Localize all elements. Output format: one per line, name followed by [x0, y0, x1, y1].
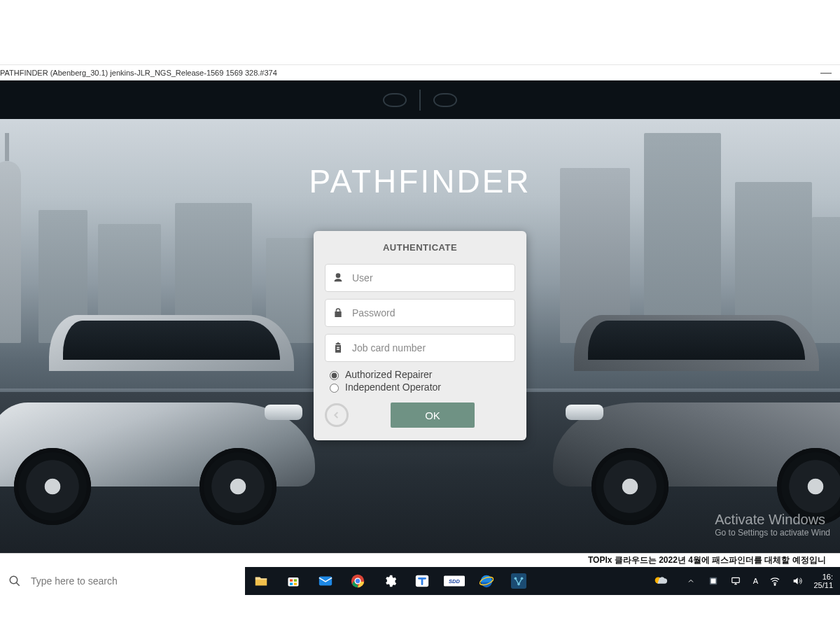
svg-rect-4	[294, 580, 297, 582]
role-authorized-radio[interactable]	[330, 371, 339, 380]
window-title: PATHFINDER (Abenberg_30.1) jenkins-JLR_N…	[0, 69, 277, 77]
app-header	[0, 80, 840, 119]
role-authorized-label: Authorized Repairer	[345, 369, 433, 380]
system-tray: A 16: 25/11	[650, 567, 840, 595]
building	[644, 133, 721, 343]
role-independent-radio[interactable]	[330, 384, 339, 393]
tray-app-icon[interactable]	[703, 567, 724, 595]
svg-rect-3	[290, 580, 293, 582]
vehicle-right	[553, 357, 840, 525]
jobcard-input[interactable]	[351, 342, 507, 354]
clipboard-icon	[332, 342, 344, 354]
bottom-gap	[0, 595, 840, 630]
logo-divider	[419, 90, 421, 111]
building	[0, 161, 21, 343]
svg-rect-5	[290, 583, 293, 585]
taskbar-search[interactable]	[0, 567, 245, 595]
role-radio-group: Authorized Repairer Independent Operator	[326, 369, 515, 393]
microsoft-store-icon[interactable]	[277, 567, 309, 595]
vehicle-left	[0, 357, 315, 525]
language-indicator[interactable]: A	[748, 567, 763, 595]
auth-actions: OK	[325, 402, 515, 428]
svg-rect-7	[319, 577, 332, 586]
password-input[interactable]	[351, 307, 507, 319]
search-icon	[8, 575, 21, 587]
tray-chevron-up-icon[interactable]	[680, 567, 701, 595]
window-minimize-button[interactable]: —	[816, 69, 836, 76]
svg-point-10	[356, 579, 360, 583]
role-authorized-option[interactable]: Authorized Repairer	[326, 369, 515, 380]
pathfinder-app-icon[interactable]	[503, 567, 535, 595]
logo-ring-left	[383, 93, 407, 107]
svg-point-0	[10, 576, 18, 584]
weather-icon[interactable]	[650, 567, 671, 595]
volume-icon[interactable]	[787, 567, 808, 595]
watermark-line2: Go to Settings to activate Wind	[715, 528, 830, 538]
role-independent-label: Independent Operator	[345, 382, 441, 393]
building	[812, 217, 840, 343]
windows-taskbar[interactable]: SDD A 16: 25/11	[0, 567, 840, 595]
user-field[interactable]	[325, 264, 515, 292]
brand-logo	[357, 88, 483, 112]
app-title: PATHFINDER	[309, 162, 531, 200]
browser-gap	[0, 0, 840, 64]
user-input[interactable]	[351, 272, 507, 284]
cropped-content-strip: TOPIx 클라우드는 2022년 4월에 패스파인더를 대체할 예정입니	[0, 553, 840, 567]
file-explorer-icon[interactable]	[245, 567, 277, 595]
watermark-line1: Activate Windows	[715, 512, 830, 528]
chrome-icon[interactable]	[342, 567, 374, 595]
window-titlebar[interactable]: PATHFINDER (Abenberg_30.1) jenkins-JLR_N…	[0, 64, 840, 80]
taskbar-pinned-apps: SDD	[245, 567, 535, 595]
back-button[interactable]	[325, 403, 349, 427]
lock-icon	[332, 307, 344, 318]
settings-gear-icon[interactable]	[374, 567, 406, 595]
jobcard-field[interactable]	[325, 334, 515, 362]
cropped-text-right: TOPIx 클라우드는 2022년 4월에 패스파인더를 대체할 예정입니	[588, 554, 826, 566]
svg-rect-23	[732, 578, 740, 582]
logo-ring-right	[433, 93, 457, 107]
internet-explorer-icon[interactable]	[470, 567, 503, 595]
clock-time: 16:	[813, 573, 833, 581]
svg-text:SDD: SDD	[449, 578, 460, 584]
hero-background: PATHFINDER AUTHENTICATE Authorized R	[0, 119, 840, 553]
svg-rect-6	[294, 583, 297, 585]
auth-card: AUTHENTICATE Authorized Repairer	[314, 231, 526, 440]
wifi-icon[interactable]	[764, 567, 785, 595]
taskbar-clock[interactable]: 16: 25/11	[809, 573, 837, 589]
ok-button[interactable]: OK	[391, 402, 475, 428]
svg-rect-22	[711, 579, 716, 584]
svg-rect-2	[288, 578, 299, 587]
mail-icon[interactable]	[309, 567, 342, 595]
svg-rect-16	[511, 573, 526, 589]
clock-date: 25/11	[813, 581, 833, 589]
windows-activation-watermark: Activate Windows Go to Settings to activ…	[715, 512, 830, 538]
tray-monitor-icon[interactable]	[725, 567, 746, 595]
todesk-icon[interactable]	[406, 567, 438, 595]
password-field[interactable]	[325, 299, 515, 327]
sdd-app-icon[interactable]: SDD	[438, 567, 470, 595]
auth-heading: AUTHENTICATE	[325, 242, 515, 253]
taskbar-search-input[interactable]	[29, 575, 237, 587]
role-independent-option[interactable]: Independent Operator	[326, 382, 515, 393]
svg-line-1	[16, 582, 20, 586]
user-icon	[332, 272, 344, 284]
svg-point-24	[775, 584, 776, 585]
arrow-left-icon	[331, 410, 342, 421]
